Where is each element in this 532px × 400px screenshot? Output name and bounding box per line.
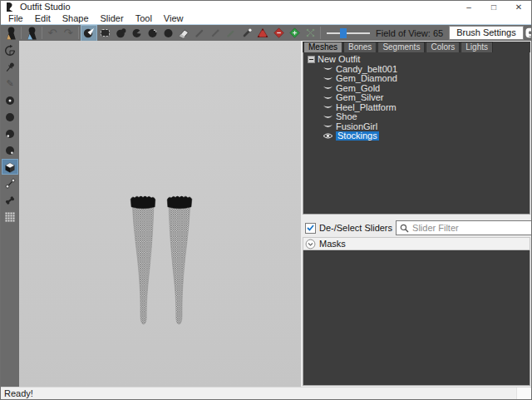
panel-tabs: Meshes Bones Segments Colors Lights bbox=[303, 42, 530, 52]
menu-edit[interactable]: Edit bbox=[29, 13, 57, 24]
maximize-button[interactable]: □ bbox=[481, 1, 506, 13]
bone-tool-icon[interactable] bbox=[2, 193, 17, 207]
tab-colors[interactable]: Colors bbox=[426, 42, 460, 52]
tree-item-label[interactable]: FusionGirl bbox=[336, 122, 377, 131]
tab-bones[interactable]: Bones bbox=[343, 42, 377, 52]
tree-item-label[interactable]: Gem_Diamond bbox=[336, 74, 397, 83]
main-toolbar: ↶ ↷ bbox=[1, 24, 531, 41]
slider-filter-input[interactable] bbox=[412, 223, 530, 233]
toolbar-separator bbox=[42, 27, 42, 39]
masks-section-header[interactable]: Masks bbox=[303, 237, 530, 250]
slider-thumb[interactable] bbox=[340, 28, 347, 38]
alpha-brush-icon[interactable] bbox=[239, 26, 254, 41]
eye-open-icon[interactable] bbox=[323, 132, 333, 140]
field-of-view-slider[interactable] bbox=[327, 27, 370, 39]
xmirror-cube-icon[interactable] bbox=[2, 160, 17, 174]
eye-closed-icon[interactable] bbox=[323, 85, 333, 91]
eye-closed-icon[interactable] bbox=[323, 66, 333, 72]
menu-bar: File Edit Shape Slider Tool View bbox=[1, 13, 531, 24]
load-project-icon[interactable] bbox=[3, 26, 18, 41]
close-button[interactable]: ✕ bbox=[506, 1, 531, 13]
tree-item-label[interactable]: Gem_Gold bbox=[336, 84, 380, 93]
resize-grip[interactable] bbox=[516, 388, 531, 399]
tab-lights[interactable]: Lights bbox=[461, 42, 493, 52]
eye-closed-icon[interactable] bbox=[323, 114, 333, 121]
tree-item[interactable]: Gem_Silver bbox=[323, 93, 530, 103]
search-icon bbox=[400, 224, 409, 233]
chevron-down-icon[interactable] bbox=[305, 239, 316, 249]
move-vertex-icon bbox=[303, 26, 318, 41]
toolbar-separator bbox=[21, 27, 22, 39]
brush-falloff-solid-icon[interactable] bbox=[2, 110, 17, 124]
select-brush-icon[interactable] bbox=[81, 26, 96, 41]
tree-root-row[interactable]: New Outfit bbox=[308, 55, 530, 65]
collapse-vertex-icon[interactable] bbox=[255, 26, 270, 41]
flatten-brush-icon[interactable] bbox=[176, 26, 191, 41]
pencil-icon: ✎ bbox=[2, 77, 17, 91]
tree-item-label[interactable]: Candy_belt001 bbox=[336, 65, 397, 74]
brush-falloff-left-icon[interactable] bbox=[2, 126, 17, 141]
menu-slider[interactable]: Slider bbox=[95, 13, 130, 24]
undo-icon: ↶ bbox=[45, 26, 60, 41]
load-reference-icon[interactable] bbox=[24, 26, 39, 41]
tree-item-label[interactable]: Shoe bbox=[336, 112, 357, 121]
pivot-center-icon[interactable] bbox=[2, 43, 17, 57]
grid-toggle-icon[interactable] bbox=[2, 210, 17, 224]
deflate-brush-icon[interactable] bbox=[129, 26, 144, 41]
deselect-sliders-label[interactable]: De-/Select Sliders bbox=[319, 223, 392, 233]
brush-settings-button[interactable]: Brush Settings bbox=[449, 26, 524, 40]
color-brush-icon bbox=[224, 26, 239, 41]
move-brush-icon[interactable] bbox=[160, 26, 175, 41]
title-bar: Outfit Studio – □ ✕ bbox=[1, 1, 531, 13]
masks-section-body bbox=[303, 250, 530, 386]
toolbar-separator bbox=[78, 27, 79, 39]
tree-item-label[interactable]: Heel_Plattform bbox=[336, 103, 397, 112]
stockings-mesh[interactable] bbox=[130, 193, 193, 328]
weight-brush-icon bbox=[208, 26, 223, 41]
tree-item-label[interactable]: Gem_Silver bbox=[336, 93, 383, 102]
collapse-expander-icon[interactable] bbox=[308, 56, 315, 63]
undiff-brush-icon bbox=[192, 26, 207, 41]
edge-tool-icon[interactable] bbox=[2, 176, 17, 190]
menu-file[interactable]: File bbox=[2, 13, 29, 24]
tab-meshes[interactable]: Meshes bbox=[303, 42, 342, 52]
side-toolbar: ✎ bbox=[1, 41, 19, 387]
split-edge-icon[interactable] bbox=[287, 26, 302, 41]
viewport-3d[interactable] bbox=[19, 41, 301, 387]
inflate-brush-icon[interactable] bbox=[113, 26, 128, 41]
flip-edge-icon[interactable] bbox=[271, 26, 286, 41]
app-icon bbox=[5, 2, 17, 12]
pin-icon[interactable] bbox=[2, 60, 17, 74]
tree-root-label[interactable]: New Outfit bbox=[318, 55, 360, 64]
brush-falloff-center-icon[interactable] bbox=[2, 93, 17, 107]
deselect-sliders-checkbox[interactable] bbox=[305, 223, 316, 234]
right-panel: Meshes Bones Segments Colors Lights New … bbox=[301, 41, 531, 387]
tree-item-selected[interactable]: Stockings bbox=[323, 131, 530, 141]
slider-track bbox=[327, 32, 370, 34]
field-of-view-label: Field of View: 65 bbox=[376, 28, 443, 38]
tree-item[interactable]: Shoe bbox=[323, 112, 530, 122]
eye-closed-icon[interactable] bbox=[323, 104, 333, 111]
menu-shape[interactable]: Shape bbox=[57, 13, 95, 24]
mask-brush-icon[interactable] bbox=[97, 26, 112, 41]
masks-label: Masks bbox=[319, 239, 346, 249]
window-title: Outfit Studio bbox=[20, 1, 71, 13]
brush-falloff-right-icon[interactable] bbox=[2, 143, 17, 157]
menu-view[interactable]: View bbox=[158, 13, 190, 24]
menu-tool[interactable]: Tool bbox=[130, 13, 158, 24]
eye-closed-icon[interactable] bbox=[323, 123, 333, 130]
discord-icon[interactable] bbox=[525, 26, 532, 41]
tab-segments[interactable]: Segments bbox=[377, 42, 425, 52]
eye-closed-icon[interactable] bbox=[323, 76, 333, 82]
tree-item-label[interactable]: Stockings bbox=[336, 131, 379, 141]
status-bar: Ready! bbox=[1, 387, 531, 399]
smooth-brush-icon[interactable] bbox=[145, 26, 160, 41]
slider-controls-row: De-/Select Sliders bbox=[303, 219, 530, 237]
tree-item[interactable]: Gem_Diamond bbox=[323, 74, 530, 84]
slider-filter-box bbox=[396, 220, 532, 235]
redo-icon: ↷ bbox=[61, 26, 76, 41]
toolbar-separator bbox=[320, 27, 321, 39]
minimize-button[interactable]: – bbox=[456, 1, 481, 13]
status-text: Ready! bbox=[4, 388, 33, 398]
eye-closed-icon[interactable] bbox=[323, 95, 333, 101]
